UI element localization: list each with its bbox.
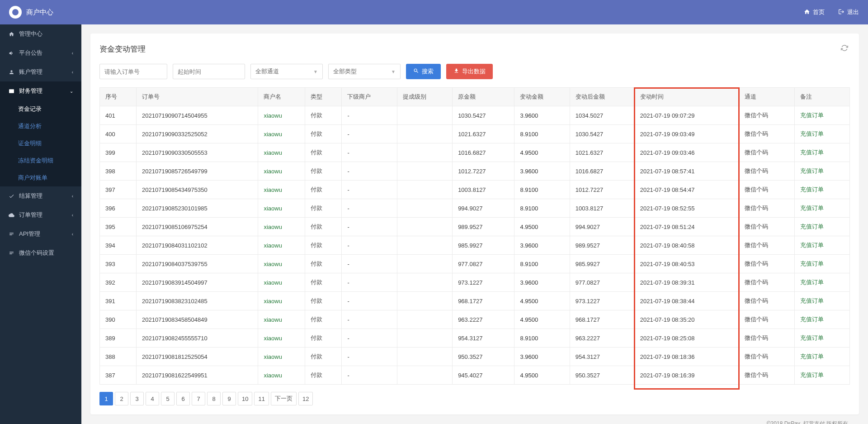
table-cell: -: [342, 106, 397, 125]
table-cell: 20210719081812525054: [137, 348, 258, 366]
page-btn-9[interactable]: 9: [222, 392, 236, 405]
table-row: 39420210719084031102102xiaowu付款-985.9927…: [100, 236, 850, 255]
table-cell: [397, 218, 452, 236]
page-btn-10[interactable]: 10: [238, 392, 252, 405]
table-cell: 付款: [305, 366, 342, 385]
table-cell: xiaowu: [258, 292, 305, 310]
panel: 资金变动管理 全部通道 ▼ 全部类型 ▼ 搜索: [90, 33, 859, 414]
table-cell: 973.1227: [570, 292, 634, 310]
logo-icon: [9, 6, 22, 19]
page-last[interactable]: 12: [298, 392, 313, 405]
sidebar-item-label: 结算管理: [19, 192, 42, 200]
table-cell: xiaowu: [258, 310, 305, 329]
table-cell: 20210719090332525052: [137, 125, 258, 143]
page-btn-2[interactable]: 2: [115, 392, 128, 405]
table-cell: 401: [100, 106, 137, 125]
table-row: 39520210719085106975254xiaowu付款-989.9527…: [100, 218, 850, 236]
table-cell: 充值订单: [794, 348, 849, 366]
table-cell: 付款: [305, 348, 342, 366]
table-cell: 20210719083914504997: [137, 273, 258, 292]
page-btn-11[interactable]: 11: [254, 392, 269, 405]
main-content: 资金变动管理 全部通道 ▼ 全部类型 ▼ 搜索: [81, 24, 868, 424]
table-cell: xiaowu: [258, 348, 305, 366]
home-icon: [804, 9, 810, 16]
table-cell: 985.9927: [453, 236, 514, 255]
table-cell: 付款: [305, 162, 342, 181]
table-cell: xiaowu: [258, 218, 305, 236]
table-cell: 充值订单: [794, 329, 849, 348]
table-cell: [397, 255, 452, 273]
table-cell: 付款: [305, 273, 342, 292]
table-cell: -: [342, 310, 397, 329]
table-cell: 充值订单: [794, 143, 849, 162]
table-cell: 394: [100, 236, 137, 255]
sidebar-item-6[interactable]: API管理‹: [0, 224, 81, 243]
chevron-down-icon: ▼: [313, 69, 318, 74]
channel-select[interactable]: 全部通道 ▼: [250, 64, 323, 79]
page-btn-6[interactable]: 6: [176, 392, 190, 405]
page-btn-3[interactable]: 3: [130, 392, 144, 405]
search-button[interactable]: 搜索: [406, 64, 441, 79]
table-cell: xiaowu: [258, 329, 305, 348]
page-btn-1[interactable]: 1: [99, 392, 113, 405]
col-header: 备注: [794, 88, 849, 106]
sidebar-sub-item-2[interactable]: 证金明细: [0, 135, 81, 152]
table-cell: 充值订单: [794, 218, 849, 236]
table-cell: 977.0827: [453, 255, 514, 273]
table-cell: 391: [100, 292, 137, 310]
page-btn-8[interactable]: 8: [207, 392, 221, 405]
data-table: 序号订单号商户名类型下级商户提成级别原金额变动金额变动后金额变动时间通道备注 4…: [99, 87, 850, 385]
type-select[interactable]: 全部类型 ▼: [328, 64, 401, 79]
table-cell: 1003.8127: [453, 181, 514, 199]
chevron-left-icon: ‹: [72, 232, 73, 237]
page-btn-7[interactable]: 7: [192, 392, 205, 405]
sidebar-item-label: 平台公告: [19, 49, 42, 57]
table-cell: 充值订单: [794, 292, 849, 310]
speaker-icon: [8, 50, 14, 56]
sidebar-sub-item-4[interactable]: 商户对账单: [0, 169, 81, 186]
page-next[interactable]: 下一页: [271, 392, 297, 405]
sidebar-item-5[interactable]: 订单管理‹: [0, 205, 81, 224]
logout-link[interactable]: 退出: [838, 8, 859, 16]
col-header: 类型: [305, 88, 342, 106]
table-cell: 389: [100, 329, 137, 348]
export-button-label: 导出数据: [462, 67, 486, 76]
refresh-icon[interactable]: [839, 43, 850, 56]
table-cell: 微信个码: [739, 218, 794, 236]
sidebar-item-1[interactable]: 平台公告‹: [0, 43, 81, 62]
order-input[interactable]: [99, 64, 167, 79]
table-cell: 2021-07-19 08:18:36: [634, 348, 739, 366]
sidebar-sub-item-0[interactable]: 资金记录: [0, 100, 81, 118]
table-cell: 付款: [305, 255, 342, 273]
sidebar-sub-item-3[interactable]: 冻结资金明细: [0, 152, 81, 169]
table-cell: 2021-07-19 08:40:53: [634, 255, 739, 273]
api-icon: [8, 231, 14, 237]
table-cell: 396: [100, 199, 137, 218]
logout-link-label: 退出: [847, 8, 859, 16]
page-btn-5[interactable]: 5: [161, 392, 175, 405]
sidebar-item-7[interactable]: 微信个码设置: [0, 243, 81, 262]
logout-icon: [838, 9, 844, 16]
sidebar-item-3[interactable]: 财务管理⌄: [0, 81, 81, 100]
table-cell: -: [342, 273, 397, 292]
table-cell: 2021-07-19 08:57:41: [634, 162, 739, 181]
table-cell: 963.2227: [570, 329, 634, 348]
table-cell: 微信个码: [739, 273, 794, 292]
home-link[interactable]: 首页: [804, 8, 825, 16]
starttime-input[interactable]: [173, 64, 245, 79]
sidebar-sub-item-1[interactable]: 通道分析: [0, 118, 81, 135]
table-cell: 付款: [305, 236, 342, 255]
table-cell: 954.3127: [570, 348, 634, 366]
sidebar-item-label: 账户管理: [19, 68, 42, 76]
table-cell: -: [342, 348, 397, 366]
footer: ©2018 DsPay_打赏支付 版权所有: [90, 414, 859, 424]
page-btn-4[interactable]: 4: [146, 392, 159, 405]
sidebar-item-0[interactable]: 管理中心: [0, 24, 81, 43]
export-button[interactable]: 导出数据: [446, 64, 493, 79]
sidebar-item-label: API管理: [19, 230, 40, 238]
sidebar-item-4[interactable]: 结算管理‹: [0, 186, 81, 205]
sidebar-submenu: 资金记录通道分析证金明细冻结资金明细商户对账单: [0, 100, 81, 186]
table-cell: [397, 292, 452, 310]
sidebar-item-2[interactable]: 账户管理‹: [0, 62, 81, 81]
table-cell: 3.9600: [514, 348, 570, 366]
